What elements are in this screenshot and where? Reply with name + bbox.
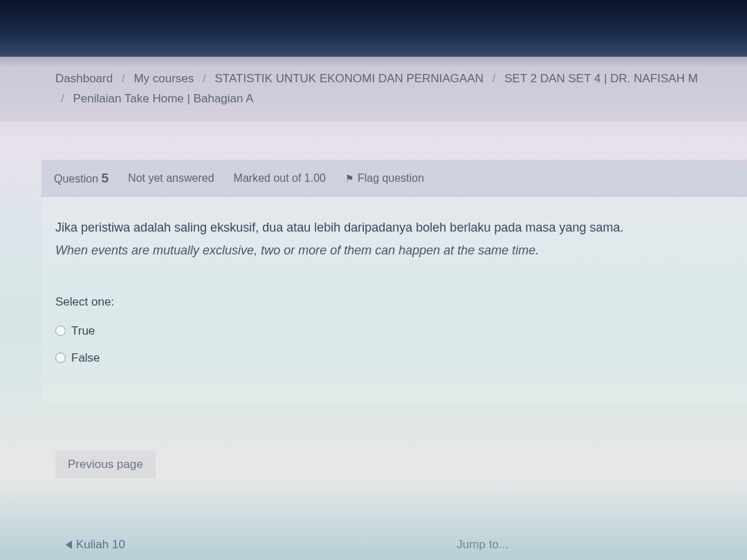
flag-question-label: Flag question: [358, 172, 424, 185]
breadcrumb-link-activity[interactable]: Penilaian Take Home | Bahagian A: [73, 92, 253, 105]
option-true-radio[interactable]: [55, 326, 66, 336]
question-status: Not yet answered: [128, 172, 214, 185]
bottom-navigation: Kuliah 10 Jump to...: [0, 538, 747, 552]
triangle-left-icon: [66, 541, 72, 549]
question-text-en: When events are mutually exclusive, two …: [55, 239, 733, 262]
previous-page-button[interactable]: Previous page: [55, 451, 156, 478]
question-label: Question 5: [54, 171, 109, 186]
previous-activity-label: Kuliah 10: [76, 538, 125, 552]
question-number: 5: [102, 171, 109, 185]
flag-question-link[interactable]: ⚑ Flag question: [345, 172, 424, 185]
breadcrumb-link-mycourses[interactable]: My courses: [133, 72, 194, 85]
option-true[interactable]: True: [55, 320, 733, 342]
breadcrumb: Dashboard / My courses / STATISTIK UNTUK…: [0, 57, 747, 122]
breadcrumb-separator: /: [492, 72, 496, 85]
option-true-label: True: [71, 320, 95, 342]
flag-icon: ⚑: [345, 173, 354, 184]
breadcrumb-link-dashboard[interactable]: Dashboard: [55, 72, 113, 85]
header-dark-band: [0, 0, 747, 57]
breadcrumb-separator: /: [61, 92, 64, 105]
breadcrumb-separator: /: [122, 72, 125, 85]
breadcrumb-link-section[interactable]: SET 2 DAN SET 4 | DR. NAFISAH M: [504, 72, 698, 85]
question-box: Question 5 Not yet answered Marked out o…: [42, 160, 747, 402]
jump-to-select[interactable]: Jump to...: [456, 538, 508, 552]
breadcrumb-link-course[interactable]: STATISTIK UNTUK EKONOMI DAN PERNIAGAAN: [215, 72, 484, 85]
option-false[interactable]: False: [55, 347, 733, 368]
select-one-label: Select one:: [55, 291, 733, 312]
question-body: Jika peristiwa adalah saling ekskusif, d…: [42, 197, 747, 402]
previous-activity-link[interactable]: Kuliah 10: [66, 538, 125, 552]
answer-options: Select one: True False: [55, 291, 733, 368]
breadcrumb-separator: /: [203, 72, 206, 85]
question-marks: Marked out of 1.00: [234, 172, 326, 185]
content-area: Question 5 Not yet answered Marked out o…: [0, 122, 747, 478]
question-label-text: Question: [54, 173, 98, 185]
option-false-label: False: [71, 347, 100, 368]
question-header: Question 5 Not yet answered Marked out o…: [42, 160, 747, 197]
question-text-ms: Jika peristiwa adalah saling ekskusif, d…: [55, 216, 733, 239]
option-false-radio[interactable]: [55, 353, 66, 363]
